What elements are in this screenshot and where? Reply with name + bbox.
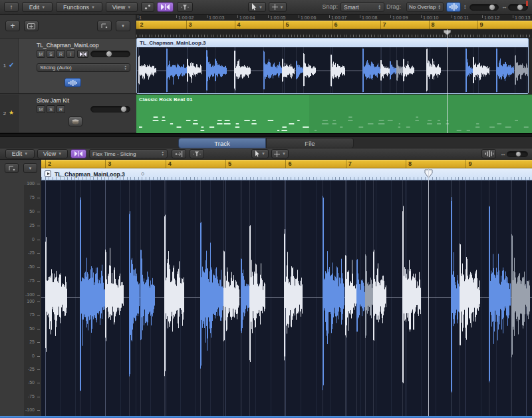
volume-slider[interactable] (90, 51, 130, 57)
track-icon-waveform[interactable] (65, 78, 81, 87)
slider-knob[interactable] (489, 4, 495, 11)
region-waveform-canvas[interactable] (137, 47, 528, 93)
amp-label: 75 (21, 195, 35, 200)
chevron-down-icon: ▼ (24, 152, 28, 156)
editor-hzoom-slider[interactable] (507, 151, 528, 157)
drag-select[interactable]: No Overlap ▲▼ (406, 2, 444, 12)
track-header-options-button[interactable]: ▼ (116, 21, 130, 31)
duplicate-track-button[interactable] (24, 21, 39, 31)
editor-view-menu[interactable]: View▼ (37, 149, 68, 158)
flex-time-dropdown[interactable]: Flex Time - Slicing ▲▼ (89, 149, 168, 158)
amp-tick (37, 281, 40, 282)
show-flex-button[interactable] (157, 2, 174, 12)
view-menu[interactable]: View▼ (106, 2, 138, 12)
tick-marks (41, 177, 532, 180)
loop-indicator-icon[interactable]: ○ (141, 170, 144, 177)
slider-knob[interactable] (515, 151, 521, 157)
zoom-focus-button[interactable] (141, 2, 154, 12)
bar-number: 7 (383, 21, 386, 28)
solo-button[interactable]: S (47, 50, 55, 58)
snap-label: Snap: (305, 3, 338, 10)
horizontal-zoom-slider[interactable] (508, 4, 528, 11)
time-label: 1 (139, 15, 142, 20)
editor-playhead-line[interactable] (428, 168, 429, 418)
editor-filter-button[interactable] (190, 149, 204, 158)
plus-icon: + (10, 21, 15, 31)
editor-region-button[interactable] (5, 163, 19, 173)
waveform-zoom-button[interactable] (446, 2, 461, 12)
waveform-zoom-icon (485, 150, 493, 157)
editor-flex-button[interactable] (70, 149, 86, 158)
amp-label: 75 (21, 312, 35, 317)
editor-waveform-zoom-button[interactable] (481, 149, 496, 158)
record-button[interactable]: R (57, 105, 65, 113)
slider-knob[interactable] (517, 4, 523, 11)
editor-options-button[interactable]: ▼ (23, 163, 37, 173)
region-automation-button[interactable] (97, 21, 112, 31)
track-name[interactable]: TL_Chapman_MainLoop (37, 42, 99, 49)
region-play-button[interactable] (45, 170, 51, 177)
add-track-button[interactable]: + (5, 21, 20, 31)
solo-button[interactable]: S (47, 105, 55, 113)
region-header[interactable]: TL_Chapman_MainLoop.3 (137, 39, 528, 47)
tab-track[interactable]: Track (178, 138, 266, 148)
back-button[interactable]: ↑ (4, 2, 19, 12)
slider-knob[interactable] (106, 51, 112, 57)
amp-label: 25 (21, 339, 35, 344)
subdivision-ruler[interactable] (136, 29, 532, 38)
editor-bar-ruler[interactable]: 23456789 (41, 160, 532, 168)
catch-playhead-button[interactable] (172, 149, 186, 158)
amp-label: -100 (21, 407, 35, 412)
pointer-tool-button[interactable]: ▼ (248, 2, 266, 12)
chevron-down-icon: ▼ (41, 5, 45, 9)
duplicate-track-icon (27, 23, 35, 29)
main-toolbar: ↑ Edit▼ Functions▼ View▼ ▼ ▼ Snap: (0, 0, 532, 15)
vertical-zoom-slider[interactable] (469, 4, 499, 11)
track-selected-check-icon[interactable]: ✓ (9, 61, 14, 69)
bar-separator (332, 21, 332, 29)
audio-region[interactable]: TL_Chapman_MainLoop.3 (136, 38, 529, 94)
time-ruler[interactable]: 11:00:021:00:031:00:041:00:051:00:061:00… (136, 15, 532, 21)
select-arrows-icon: ▲▼ (162, 151, 164, 156)
playhead-line[interactable] (447, 29, 448, 133)
chevron-down-icon: ▼ (121, 24, 125, 28)
amp-label: 50 (21, 326, 35, 331)
track-flex-button[interactable] (77, 50, 88, 58)
amp-tick (37, 267, 40, 268)
volume-slider[interactable] (90, 106, 130, 112)
mute-button[interactable]: M (37, 105, 45, 113)
bar-ruler[interactable]: 23456789 (136, 21, 532, 29)
chevron-down-icon: ▼ (280, 5, 284, 9)
editor-secondary-tool-button[interactable]: ▼ (271, 149, 289, 158)
flex-mode-dropdown[interactable]: Slicing (Auto) ▲▼ (37, 63, 130, 72)
corner-flag-icon (9, 166, 15, 171)
filter-button[interactable] (177, 2, 193, 12)
bar-number: 4 (237, 21, 241, 28)
mute-button[interactable]: M (37, 50, 45, 58)
tab-file[interactable]: File (266, 138, 354, 148)
functions-menu[interactable]: Functions▼ (56, 2, 102, 12)
view-menu-label: View (112, 4, 125, 11)
input-monitor-button[interactable]: I (66, 50, 75, 58)
bar-separator (285, 160, 286, 168)
flex-icon (74, 150, 83, 157)
time-label: 1:00:05 (270, 15, 285, 20)
track-star-icon[interactable]: ★ (9, 109, 14, 116)
editor-region-strip[interactable]: TL_Chapman_MainLoop.3 ○ (41, 168, 532, 180)
track-header-1[interactable]: 1 ✓ TL_Chapman_MainLoop M S R I Slicing … (0, 38, 136, 94)
track-name[interactable]: Slow Jam Kit (37, 97, 69, 104)
funnel-icon (192, 151, 201, 157)
slider-knob[interactable] (120, 106, 127, 112)
track-icon-drumkit[interactable] (68, 116, 82, 126)
record-button[interactable]: R (57, 50, 65, 58)
snap-select[interactable]: Smart ▲▼ (340, 2, 384, 12)
time-tick (299, 15, 299, 18)
track-header-2[interactable]: 2 ★ Slow Jam Kit M S R (0, 95, 136, 133)
editor-pointer-tool-button[interactable]: ▼ (251, 149, 269, 158)
bar-separator (477, 21, 478, 29)
editor-waveform-canvas[interactable] (41, 180, 532, 418)
edit-menu[interactable]: Edit▼ (22, 2, 53, 12)
editor-edit-menu[interactable]: Edit▼ (5, 149, 35, 158)
midi-region[interactable]: Classic Rock Beat 01 (136, 95, 532, 133)
secondary-tool-button[interactable]: ▼ (269, 2, 287, 12)
